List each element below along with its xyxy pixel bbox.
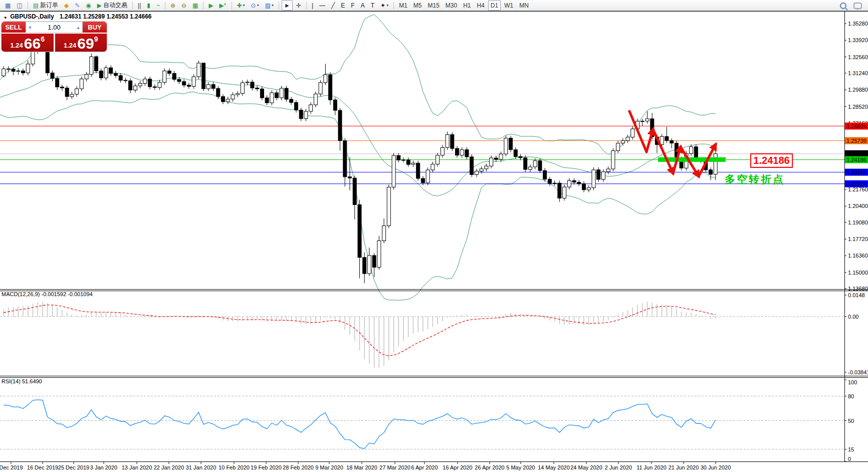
signals-icon: ◉: [86, 3, 91, 9]
toolbar-separator: [165, 2, 165, 10]
horizontal-line-button[interactable]: —: [317, 0, 328, 11]
svg-text:11 Jun 2020: 11 Jun 2020: [636, 464, 667, 470]
profiles-button[interactable]: ◫: [14, 0, 25, 11]
svg-text:1.23164: 1.23164: [846, 169, 866, 175]
main-toolbar: ▦◫▤新订单◆✎◉▶自动交易||▮~⊕⊖▦▶▶*✚▾⊙▾▨▾►✛|—╱EFAT✦…: [0, 0, 868, 11]
volume-increase-arrow[interactable]: ▴: [74, 25, 82, 30]
arrows-button[interactable]: ✦▾: [378, 0, 391, 11]
autotrading-button-label: 自动交易: [103, 1, 127, 10]
sell-button[interactable]: SELL: [2, 22, 26, 33]
svg-text:28 Feb 2020: 28 Feb 2020: [283, 464, 314, 470]
metaquotes-button[interactable]: ✎: [72, 0, 82, 11]
svg-text:18 Mar 2020: 18 Mar 2020: [346, 464, 377, 470]
crosshair-button[interactable]: ✛: [294, 0, 304, 11]
zoom-out-icon: ⊖: [181, 3, 186, 9]
chat-icon[interactable]: [853, 3, 862, 9]
periods-icon: ⊙: [251, 3, 256, 9]
chart-ohlc-values: 1.24631 1.25289 1.24553 1.24666: [60, 13, 152, 20]
svg-text:27 Mar 2020: 27 Mar 2020: [379, 464, 410, 470]
volume-stepper[interactable]: ▾ ▴: [26, 22, 83, 33]
svg-text:1.25739: 1.25739: [846, 138, 866, 144]
zoom-out-button[interactable]: ⊖: [179, 0, 189, 11]
svg-text:1.17720: 1.17720: [848, 236, 868, 242]
rsi-y-axis: 1008050150: [844, 379, 857, 462]
buy-price[interactable]: 1.24 69 9: [55, 34, 107, 52]
svg-text:10 Feb 2020: 10 Feb 2020: [219, 464, 250, 470]
signals-button[interactable]: ◉: [83, 0, 93, 11]
fibonacci-button[interactable]: F: [348, 0, 357, 11]
timeframe-mn[interactable]: MN: [517, 0, 531, 11]
new-order-button[interactable]: ▤新订单: [31, 0, 61, 11]
equidistant-channel-button[interactable]: E: [338, 0, 347, 11]
text-button[interactable]: A: [358, 0, 367, 11]
horizontal-line-icon: —: [319, 3, 325, 9]
svg-text:25 Dec 2019: 25 Dec 2019: [58, 464, 89, 470]
templates-button[interactable]: ▨▾: [263, 0, 276, 11]
zoom-in-button[interactable]: ⊕: [168, 0, 178, 11]
candlestick-chart-icon: ▮: [147, 3, 150, 9]
new-chart-button[interactable]: ▦: [3, 0, 13, 11]
line-chart-button[interactable]: ~: [154, 0, 162, 11]
svg-text:1.29880: 1.29880: [848, 87, 868, 93]
buy-price-small: 1.24: [64, 42, 76, 49]
svg-text:80: 80: [848, 393, 854, 399]
svg-text:1.24666: 1.24666: [846, 151, 866, 157]
buy-button[interactable]: BUY: [83, 22, 107, 33]
cursor-button[interactable]: ►: [282, 0, 293, 11]
volume-input[interactable]: [34, 23, 74, 32]
timeframe-m15[interactable]: M15: [425, 0, 442, 11]
toolbar-separator: [279, 2, 279, 10]
svg-text:0.00: 0.00: [848, 314, 858, 320]
timeframe-m5[interactable]: M5: [411, 0, 424, 11]
svg-text:1.26924: 1.26924: [846, 123, 866, 129]
toolbar-separator: [132, 2, 133, 10]
chevron-down-icon: ▾: [257, 3, 259, 8]
volume-decrease-arrow[interactable]: ▾: [26, 25, 34, 30]
svg-text:13 Jan 2020: 13 Jan 2020: [122, 464, 152, 470]
timeframe-h4[interactable]: H4: [475, 0, 487, 11]
text-label-button[interactable]: T: [368, 0, 377, 11]
toolbar-separator: [393, 2, 394, 10]
search-icon[interactable]: [840, 3, 846, 9]
toolbar-separator: [306, 2, 307, 10]
indicators-button[interactable]: ✚▾: [235, 0, 248, 11]
chart-shift-button[interactable]: ▶*: [217, 0, 229, 11]
timeframe-w1[interactable]: W1: [502, 0, 516, 11]
text-label-icon: T: [371, 3, 374, 9]
chart-marker-icon: ▲: [2, 15, 8, 21]
bar-chart-button[interactable]: ||: [135, 0, 143, 11]
trendline-icon: ╱: [331, 3, 335, 9]
timeframe-d1[interactable]: D1: [488, 0, 501, 11]
trendline-button[interactable]: ╱: [329, 0, 337, 11]
sell-price[interactable]: 1.24 66 6: [2, 34, 54, 52]
macd-y-axis: 0.01480.00-0.038415: [844, 292, 868, 375]
vertical-line-button[interactable]: |: [309, 0, 316, 11]
auto-scroll-button[interactable]: ▶: [206, 0, 215, 11]
timeframe-h1[interactable]: H1: [461, 0, 473, 11]
metaeditor-button[interactable]: ◆: [62, 0, 71, 11]
metaquotes-icon: ✎: [75, 3, 80, 9]
timeframe-m30[interactable]: M30: [443, 0, 460, 11]
vertical-line-icon: |: [312, 3, 313, 9]
tile-windows-button[interactable]: ▦: [190, 0, 200, 11]
periods-button[interactable]: ⊙▾: [249, 0, 262, 11]
svg-text:0.0148: 0.0148: [848, 292, 865, 298]
metaeditor-icon: ◆: [64, 3, 69, 9]
svg-text:1.24186: 1.24186: [846, 157, 866, 163]
timeframe-m1[interactable]: M1: [396, 0, 410, 11]
sell-price-sup: 6: [41, 35, 45, 43]
svg-text:1.31240: 1.31240: [848, 70, 868, 76]
svg-text:50: 50: [848, 418, 854, 424]
autotrading-button[interactable]: ▶自动交易: [95, 0, 130, 11]
auto-scroll-icon: ▶: [208, 3, 213, 9]
svg-text:1.19080: 1.19080: [848, 219, 868, 225]
price-annotation-box[interactable]: 1.24186: [750, 153, 793, 168]
svg-text:1.35280: 1.35280: [848, 21, 868, 27]
buy-price-sup: 9: [94, 35, 98, 43]
svg-text:30 Jun 2020: 30 Jun 2020: [701, 464, 731, 470]
candlestick-chart-button[interactable]: ▮: [144, 0, 153, 11]
buy-price-big: 69: [77, 37, 94, 50]
svg-text:100: 100: [848, 379, 857, 385]
indicators-icon: ✚: [237, 3, 242, 9]
price-chart[interactable]: 1.352801.339201.325601.312401.298801.285…: [0, 0, 868, 472]
